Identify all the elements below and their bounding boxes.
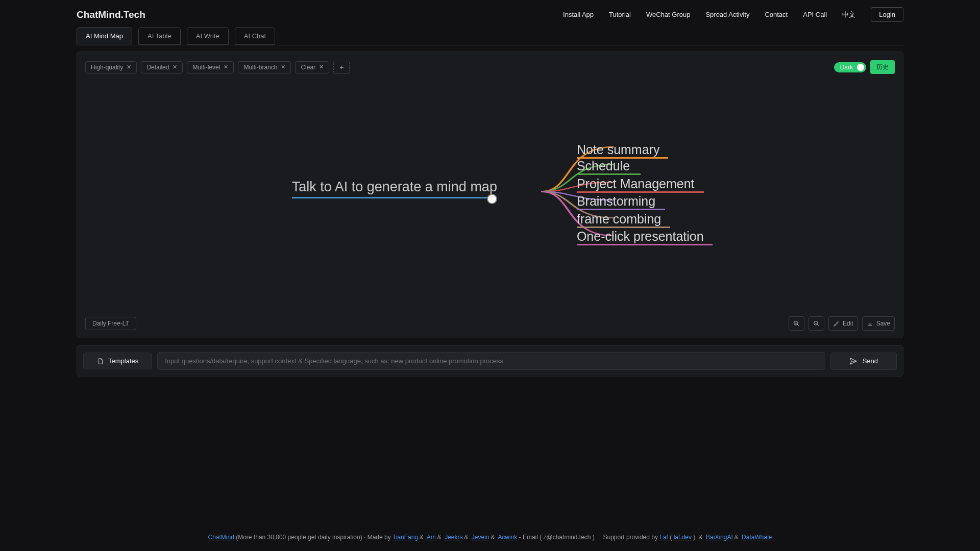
- chip-label: Multi-level: [192, 64, 220, 71]
- footer-email: z@chatmind.tech: [544, 534, 591, 541]
- close-icon[interactable]: ✕: [173, 64, 177, 70]
- footer-support-pre: Support provided by: [603, 534, 660, 541]
- root-handle-icon[interactable]: [487, 194, 497, 204]
- chip-multi-level[interactable]: Multi-level ✕: [187, 61, 234, 73]
- mindmap-branch-project-management[interactable]: Project Management: [577, 177, 695, 191]
- footer-link-jeekrs[interactable]: Jeekrs: [445, 534, 462, 541]
- brand-logo[interactable]: ChatMind.Tech: [77, 9, 145, 20]
- chip-detailed[interactable]: Detailed ✕: [141, 61, 183, 73]
- prompt-chips-row: High-quality ✕ Detailed ✕ Multi-level ✕ …: [77, 52, 903, 74]
- send-label: Send: [863, 357, 878, 365]
- templates-label: Templates: [108, 357, 138, 365]
- footer-brand-link[interactable]: ChatMind: [208, 534, 234, 541]
- mindmap-branch-one-click-presentation[interactable]: One-click presentation: [577, 229, 704, 244]
- amp: &: [489, 534, 497, 541]
- daily-free-button[interactable]: Daily Free-LT: [85, 317, 136, 330]
- amp: &: [418, 534, 425, 541]
- amp: &: [697, 534, 704, 541]
- page-footer: ChatMind (More than 30,000 people get da…: [0, 514, 980, 551]
- history-button[interactable]: 历史: [870, 60, 895, 74]
- tab-ai-table[interactable]: AI Table: [138, 27, 181, 45]
- close-icon[interactable]: ✕: [281, 64, 285, 70]
- prompt-bar: Templates Send: [77, 345, 903, 377]
- footer-lafdev-pre: (: [670, 534, 673, 541]
- save-button[interactable]: Save: [862, 316, 895, 331]
- mindmap-branch-schedule[interactable]: Schedule: [577, 159, 630, 173]
- nav-api-call[interactable]: API Call: [803, 11, 827, 18]
- toggle-knob-icon: [857, 64, 864, 71]
- svg-line-1: [797, 324, 799, 326]
- nav-wechat-group[interactable]: WeChat Group: [646, 11, 690, 18]
- send-icon: [849, 357, 857, 365]
- tab-ai-mind-map[interactable]: AI Mind Map: [77, 27, 132, 45]
- zoom-in-icon: [793, 320, 800, 327]
- chip-clear[interactable]: Clear ✕: [295, 61, 329, 73]
- nav-tutorial[interactable]: Tutorial: [609, 11, 631, 18]
- top-nav: Install App Tutorial WeChat Group Spread…: [563, 7, 903, 22]
- footer-link-am[interactable]: Am: [427, 534, 436, 541]
- footer-link-jevein[interactable]: Jevein: [472, 534, 489, 541]
- nav-spread-activity[interactable]: Spread Activity: [705, 11, 749, 18]
- tab-ai-chat[interactable]: AI Chat: [235, 27, 275, 45]
- edit-label: Edit: [843, 320, 853, 327]
- nav-language-toggle[interactable]: 中文: [842, 10, 855, 19]
- amp: &: [733, 534, 740, 541]
- footer-lafdev-post: ): [693, 534, 697, 541]
- chip-label: Multi-branch: [243, 64, 277, 71]
- mindmap-canvas: High-quality ✕ Detailed ✕ Multi-level ✕ …: [77, 52, 903, 338]
- edit-button[interactable]: Edit: [828, 316, 858, 331]
- footer-tagline: (More than 30,000 people get daily inspi…: [236, 534, 393, 541]
- mindmap-branch-note-summary[interactable]: Note summary: [577, 142, 660, 157]
- nav-install-app[interactable]: Install App: [563, 11, 594, 18]
- chip-label: High-quality: [91, 64, 123, 71]
- toggle-label: Dark: [840, 64, 853, 71]
- chip-high-quality[interactable]: High-quality ✕: [85, 61, 137, 73]
- footer-link-tianfang[interactable]: TianFang: [393, 534, 418, 541]
- chip-label: Detailed: [146, 64, 169, 71]
- close-icon[interactable]: ✕: [319, 64, 324, 70]
- close-icon[interactable]: ✕: [224, 64, 228, 70]
- pencil-icon: [833, 320, 840, 327]
- templates-button[interactable]: Templates: [83, 353, 152, 369]
- footer-link-baixing[interactable]: BaiXingAI: [706, 534, 733, 541]
- prompt-input[interactable]: [157, 352, 825, 370]
- nav-contact[interactable]: Contact: [765, 11, 788, 18]
- footer-link-lafdev[interactable]: laf.dev: [674, 534, 692, 541]
- footer-email-post: ): [593, 534, 596, 541]
- tab-divider: [77, 45, 903, 45]
- mindmap-viewport[interactable]: Talk to AI to generate a mind map Note s…: [77, 74, 903, 309]
- footer-link-acwink[interactable]: Acwink: [498, 534, 517, 541]
- mindmap-root-node[interactable]: Talk to AI to generate a mind map: [292, 179, 497, 195]
- footer-link-datawhale[interactable]: DataWhale: [742, 534, 772, 541]
- save-label: Save: [876, 320, 890, 327]
- svg-line-5: [817, 324, 819, 326]
- download-icon: [867, 320, 873, 327]
- amp: &: [462, 534, 470, 541]
- zoom-in-button[interactable]: [789, 316, 804, 331]
- document-icon: [97, 358, 104, 365]
- tab-ai-write[interactable]: AI Write: [187, 27, 229, 45]
- footer-link-laf[interactable]: Laf: [659, 534, 668, 541]
- zoom-out-button[interactable]: [808, 316, 824, 331]
- mindmap-branch-brainstorming[interactable]: Brainstorming: [577, 194, 655, 209]
- close-icon[interactable]: ✕: [127, 64, 131, 70]
- dark-mode-toggle[interactable]: Dark: [834, 62, 866, 72]
- zoom-out-icon: [813, 320, 820, 327]
- amp: &: [436, 534, 443, 541]
- chip-label: Clear: [301, 64, 315, 71]
- footer-email-pre: - Email (: [519, 534, 542, 541]
- mode-tabs: AI Mind Map AI Table AI Write AI Chat: [0, 27, 980, 45]
- mindmap-branch-frame-combing[interactable]: frame combing: [577, 212, 661, 227]
- login-button[interactable]: Login: [871, 7, 903, 22]
- chip-multi-branch[interactable]: Multi-branch ✕: [238, 61, 291, 73]
- root-underline: [292, 197, 491, 198]
- add-chip-button[interactable]: +: [333, 61, 350, 74]
- canvas-footer: Daily Free-LT Edit Save: [77, 309, 903, 338]
- send-button[interactable]: Send: [830, 353, 897, 370]
